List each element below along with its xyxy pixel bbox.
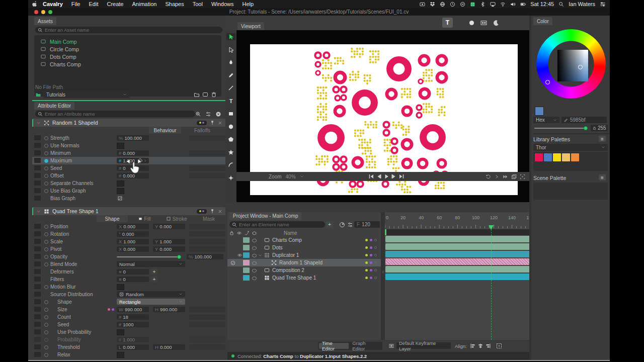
animate-toggle[interactable] xyxy=(44,144,48,148)
keyframe-dot[interactable] xyxy=(108,308,110,311)
add-filters-button[interactable]: + xyxy=(151,276,157,282)
layer-color-swatch[interactable] xyxy=(243,252,250,258)
frame-back-button[interactable] xyxy=(376,173,382,179)
row-drag-box[interactable] xyxy=(34,196,41,201)
airplay-icon[interactable] xyxy=(490,2,496,7)
row-drag-box[interactable] xyxy=(34,284,41,289)
row-drag-box[interactable] xyxy=(34,246,41,251)
filter-icon[interactable] xyxy=(205,111,211,117)
fast-forward-icon[interactable] xyxy=(503,174,508,179)
field-seed-0[interactable]: #1000 xyxy=(117,322,149,327)
animate-toggle[interactable] xyxy=(44,330,48,334)
loop-icon[interactable] xyxy=(486,174,491,179)
row-drag-box[interactable] xyxy=(34,158,41,163)
animate-toggle[interactable] xyxy=(44,232,48,236)
field-maximum-0[interactable]: #1.000 xyxy=(117,158,149,163)
layer-toggle-dot[interactable] xyxy=(370,239,372,241)
tab-color[interactable]: Color xyxy=(533,17,552,25)
palette-menu-icon[interactable]: ≡ xyxy=(599,136,606,142)
field-pivot-0[interactable]: X0.000 xyxy=(117,246,149,252)
menu-item-create[interactable]: Create xyxy=(107,1,123,7)
layer-toggle-dot[interactable] xyxy=(374,261,377,264)
asset-item-main-comp[interactable]: Main Comp xyxy=(34,38,221,45)
dropdown-blend-mode[interactable]: Normal xyxy=(117,261,185,267)
layer-row-charts-comp[interactable]: Charts Comp xyxy=(227,236,381,244)
palette-swatch[interactable] xyxy=(553,153,561,161)
field-rotation-0[interactable]: °0.000 xyxy=(117,231,149,237)
attr-row-blend-mode[interactable]: Blend ModeNormal xyxy=(32,260,225,268)
align-center-icon[interactable] xyxy=(477,343,484,349)
tool-rectangle[interactable] xyxy=(226,110,235,117)
section-tab-mask[interactable]: Mask xyxy=(193,215,224,222)
search-scope-icon[interactable] xyxy=(195,111,201,117)
animate-toggle[interactable] xyxy=(44,247,48,251)
layer-toggle-dot[interactable] xyxy=(370,246,372,249)
globe-icon[interactable] xyxy=(440,2,445,7)
expand-icon[interactable] xyxy=(494,174,500,179)
row-drag-box[interactable] xyxy=(34,352,41,357)
asset-item-dots-comp[interactable]: Dots Comp xyxy=(34,53,221,60)
section-tab-falloffs[interactable]: Falloffs xyxy=(183,127,221,134)
animate-toggle[interactable] xyxy=(44,159,48,163)
eye-icon[interactable] xyxy=(236,231,242,235)
layer-row-dots[interactable]: Dots xyxy=(227,244,381,251)
checkbox-relax[interactable] xyxy=(117,352,124,358)
screen-record-icon[interactable] xyxy=(420,2,425,7)
chev-right-icon[interactable] xyxy=(143,159,147,162)
layer-toggle-dot[interactable] xyxy=(374,239,377,241)
pin-icon[interactable] xyxy=(210,209,215,214)
ellipse-icon[interactable] xyxy=(466,18,477,28)
list-field-filters[interactable]: ≡0 xyxy=(117,277,149,282)
section-tab-stroke[interactable]: Stroke xyxy=(161,215,192,222)
checkbox-use-normals[interactable] xyxy=(117,143,124,149)
animate-toggle[interactable] xyxy=(44,255,48,259)
tag-icon[interactable] xyxy=(252,231,257,235)
field-position-1[interactable]: Y0.000 xyxy=(153,224,185,229)
attr-row-count[interactable]: Count#18 xyxy=(32,313,225,321)
asset-folder-select[interactable]: Tutorials xyxy=(44,91,129,98)
attr-row-separate-channels[interactable]: Separate Channels xyxy=(32,179,225,187)
attr-row-seed[interactable]: Seed#0 xyxy=(32,164,225,172)
spotlight-icon[interactable] xyxy=(558,2,564,7)
add-deformers-button[interactable]: + xyxy=(151,268,157,275)
attr-row-use-normals[interactable]: Use Normals xyxy=(32,142,225,149)
dropdown-shape[interactable]: Rectangle xyxy=(117,299,185,305)
keyframe-layer-select[interactable]: Default Keyframe Layer xyxy=(396,342,451,349)
attr-row-deformers[interactable]: Deformers≡0+ xyxy=(32,268,225,276)
menu-item-file[interactable]: File xyxy=(71,1,80,7)
layer-color-swatch[interactable] xyxy=(243,260,250,265)
attr-row-strength[interactable]: Strength%100.000 xyxy=(32,134,225,142)
palette-swatch[interactable] xyxy=(544,153,552,161)
attr-row-minimum[interactable]: Minimum#0.000 xyxy=(32,149,225,157)
close-section-icon[interactable] xyxy=(218,121,222,125)
dropdown-source-distribution[interactable]: Random xyxy=(117,291,185,297)
animate-toggle[interactable] xyxy=(44,323,48,327)
attr-row-bias-graph[interactable]: Bias Graph xyxy=(32,195,225,202)
dropbox-icon[interactable] xyxy=(430,2,435,7)
layer-toggle-dot[interactable] xyxy=(374,254,377,256)
scene-palette-menu-icon[interactable]: ≡ xyxy=(599,174,606,180)
field-pivot-1[interactable]: Y0.000 xyxy=(153,246,185,252)
checkbox-use-probability[interactable] xyxy=(117,329,124,335)
layer-toggle-dot[interactable] xyxy=(370,254,372,256)
layer-toggle-dot[interactable] xyxy=(365,261,368,264)
to-start-button[interactable] xyxy=(368,173,374,179)
section-tab-behaviour[interactable]: Behaviour xyxy=(149,127,181,134)
bias-graph-button[interactable] xyxy=(117,195,123,201)
load-folder-icon[interactable] xyxy=(194,92,200,98)
text-tool-icon[interactable]: T xyxy=(442,18,453,28)
tool-sparkle[interactable] xyxy=(226,174,235,182)
pin-icon[interactable] xyxy=(210,120,215,125)
frame-forward-button[interactable] xyxy=(391,173,397,179)
menu-app-name[interactable]: Cavalry xyxy=(43,1,63,7)
layer-toggle-dot[interactable] xyxy=(370,277,372,279)
render-icon[interactable] xyxy=(478,18,489,28)
tab-assets[interactable]: Assets xyxy=(34,17,56,25)
tool-direct-select[interactable] xyxy=(226,46,235,53)
layer-row-duplicator-1[interactable]: Duplicator 1 xyxy=(227,251,381,259)
alpha-field[interactable]: 255 xyxy=(591,125,608,131)
attr-row-motion-blur[interactable]: Motion Blur xyxy=(32,283,225,291)
control-center-icon[interactable] xyxy=(600,2,606,7)
section-color-toggles[interactable] xyxy=(197,209,207,214)
layer-color-swatch[interactable] xyxy=(243,275,250,281)
